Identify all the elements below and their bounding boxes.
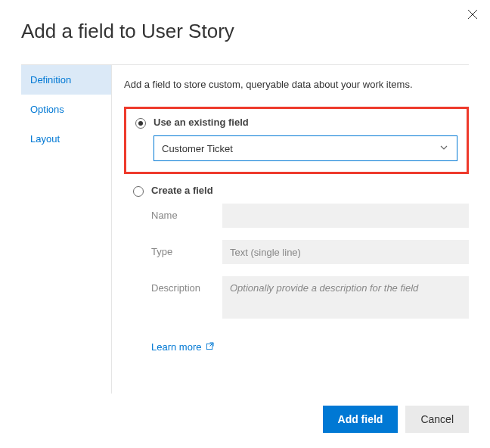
existing-field-label: Use an existing field — [154, 117, 457, 128]
type-select[interactable]: Text (single line) — [222, 240, 469, 264]
cancel-button[interactable]: Cancel — [405, 406, 469, 433]
content-pane: Add a field to store custom, queryable d… — [112, 65, 469, 394]
dialog-footer: Add field Cancel — [21, 394, 469, 433]
sidebar-item-options[interactable]: Options — [21, 95, 111, 124]
type-label: Type — [151, 240, 222, 264]
sidebar-item-label: Layout — [30, 133, 60, 145]
close-icon[interactable] — [467, 9, 478, 23]
svg-line-3 — [210, 343, 214, 347]
content-description: Add a field to store custom, queryable d… — [124, 79, 469, 90]
sidebar-item-label: Definition — [30, 74, 71, 86]
add-field-dialog: Add a field to User Story Definition Opt… — [0, 0, 490, 448]
sidebar-item-layout[interactable]: Layout — [21, 124, 111, 154]
add-field-button[interactable]: Add field — [323, 406, 399, 433]
sidebar: Definition Options Layout — [21, 65, 112, 394]
dialog-body: Definition Options Layout Add a field to… — [21, 64, 469, 394]
existing-field-body: Use an existing field Customer Ticket — [154, 117, 457, 161]
create-field-label: Create a field — [151, 185, 469, 196]
radio-create-field[interactable] — [133, 186, 144, 197]
existing-field-section: Use an existing field Customer Ticket — [124, 107, 469, 174]
name-label: Name — [151, 204, 222, 228]
description-textarea[interactable]: Optionally provide a description for the… — [222, 276, 469, 319]
description-label: Description — [151, 276, 222, 319]
existing-field-select[interactable]: Customer Ticket — [154, 135, 457, 161]
chevron-down-icon — [439, 142, 449, 155]
radio-use-existing[interactable] — [135, 118, 146, 129]
name-input[interactable] — [222, 204, 469, 228]
existing-field-value: Customer Ticket — [162, 143, 233, 154]
create-field-section: Create a field Name Type Text (single li… — [124, 185, 469, 353]
sidebar-item-definition[interactable]: Definition — [21, 65, 111, 95]
external-link-icon — [201, 341, 214, 353]
dialog-title: Add a field to User Story — [21, 20, 469, 43]
sidebar-item-label: Options — [30, 104, 64, 115]
create-field-body: Create a field Name Type Text (single li… — [151, 185, 469, 353]
learn-more-link[interactable]: Learn more — [151, 341, 214, 353]
